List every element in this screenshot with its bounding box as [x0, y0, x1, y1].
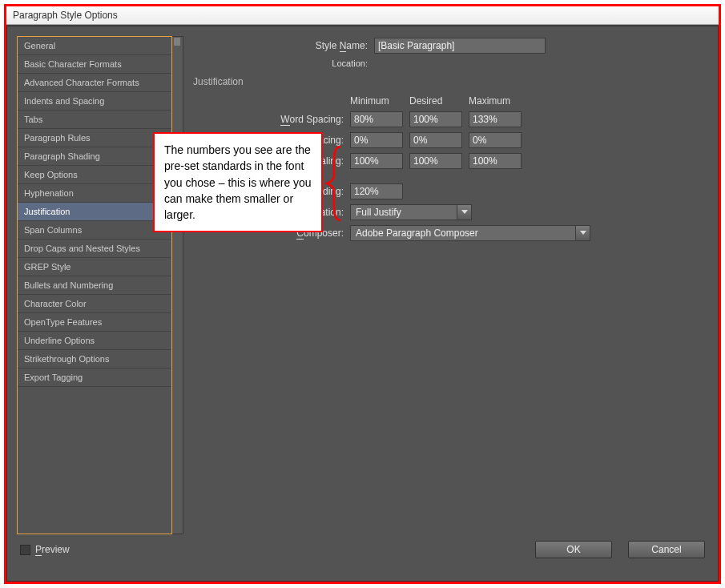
col-min: Minimum: [350, 95, 403, 107]
col-desired: Desired: [409, 95, 462, 107]
brace-icon: [323, 145, 345, 222]
scroll-thumb[interactable]: [174, 38, 180, 46]
chevron-down-icon: [457, 205, 471, 219]
glyph-scaling-min[interactable]: [350, 153, 403, 169]
sidebar-scrollbar[interactable]: [172, 36, 183, 534]
sidebar-item-bullets-numbering[interactable]: Bullets and Numbering: [18, 276, 171, 295]
cancel-button[interactable]: Cancel: [628, 541, 705, 558]
sidebar-item-underline-options[interactable]: Underline Options: [18, 332, 171, 350]
window-title: Paragraph Style Options: [13, 10, 118, 21]
style-name-input[interactable]: [374, 38, 546, 54]
letter-spacing-desired[interactable]: [409, 132, 462, 148]
sidebar-item-character-color[interactable]: Character Color: [18, 295, 171, 313]
chevron-down-icon: [575, 226, 590, 240]
dialog-body: General Basic Character Formats Advanced…: [6, 26, 719, 582]
sidebar-item-basic-character-formats[interactable]: Basic Character Formats: [18, 55, 171, 74]
glyph-scaling-max[interactable]: [469, 153, 522, 169]
footer: PreviewPreview OK Cancel: [17, 534, 708, 571]
sidebar-item-advanced-character-formats[interactable]: Advanced Character Formats: [18, 74, 171, 92]
single-word-dropdown[interactable]: Full Justify: [350, 204, 472, 220]
titlebar[interactable]: Paragraph Style Options: [6, 6, 719, 25]
word-spacing-max[interactable]: [469, 111, 522, 127]
category-sidebar: General Basic Character Formats Advanced…: [17, 36, 172, 534]
composer-dropdown[interactable]: Adobe Paragraph Composer: [350, 225, 590, 241]
sidebar-item-paragraph-rules[interactable]: Paragraph Rules: [18, 129, 171, 147]
sidebar-item-general[interactable]: General: [18, 37, 171, 55]
sidebar-item-keep-options[interactable]: Keep Options: [18, 166, 171, 184]
letter-spacing-max[interactable]: [469, 132, 522, 148]
sidebar-item-span-columns[interactable]: Span Columns: [18, 221, 171, 240]
svg-marker-0: [461, 210, 468, 214]
word-spacing-min[interactable]: [350, 111, 403, 127]
section-title: Justification: [193, 76, 708, 87]
preview-checkbox[interactable]: [20, 545, 30, 555]
annotation-callout: The numbers you see are the pre-set stan…: [153, 132, 323, 232]
col-max: Maximum: [469, 95, 522, 107]
sidebar-item-indents-and-spacing[interactable]: Indents and Spacing: [18, 92, 171, 111]
sidebar-item-drop-caps[interactable]: Drop Caps and Nested Styles: [18, 240, 171, 258]
sidebar-item-opentype-features[interactable]: OpenType Features: [18, 313, 171, 332]
sidebar-item-grep-style[interactable]: GREP Style: [18, 258, 171, 276]
word-spacing-desired[interactable]: [409, 111, 462, 127]
dialog-window: Paragraph Style Options General Basic Ch…: [4, 4, 721, 584]
content-panel: Style Name: Style Name: Location: Justif…: [193, 36, 708, 534]
row-word-spacing: Word Spacing:Word Spacing:: [225, 111, 708, 127]
letter-spacing-min[interactable]: [350, 132, 403, 148]
word-spacing-label: Word Spacing:Word Spacing:: [225, 114, 350, 125]
sidebar-item-justification[interactable]: Justification: [18, 203, 171, 221]
sidebar-item-hyphenation[interactable]: Hyphenation: [18, 184, 171, 203]
glyph-scaling-desired[interactable]: [409, 153, 462, 169]
style-name-label: Style Name: Style Name:: [193, 40, 374, 51]
location-label: Location:: [193, 58, 374, 68]
sidebar-item-export-tagging[interactable]: Export Tagging: [18, 369, 171, 387]
ok-button[interactable]: OK: [535, 541, 612, 558]
auto-leading-input[interactable]: [350, 183, 403, 199]
preview-label: PreviewPreview: [35, 544, 70, 555]
sidebar-item-paragraph-shading[interactable]: Paragraph Shading: [18, 147, 171, 166]
column-headers: Minimum Desired Maximum: [350, 95, 708, 107]
svg-marker-1: [580, 231, 586, 235]
single-word-value: Full Justify: [351, 207, 457, 218]
sidebar-item-tabs[interactable]: Tabs: [18, 111, 171, 129]
composer-value: Adobe Paragraph Composer: [351, 228, 575, 239]
sidebar-item-strikethrough-options[interactable]: Strikethrough Options: [18, 350, 171, 369]
